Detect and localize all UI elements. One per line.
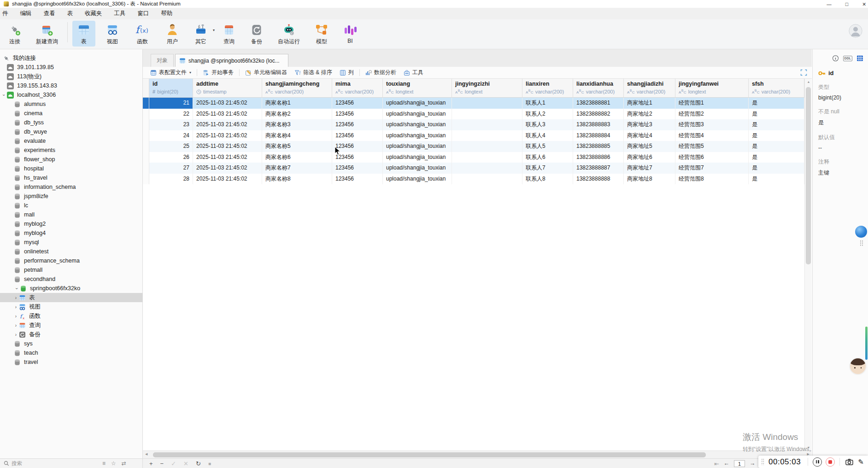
cell-jingyingzizhi[interactable]: [452, 152, 522, 163]
cell-sfsh[interactable]: 是: [749, 130, 804, 141]
cell-lianxidianhua[interactable]: 13823888883: [573, 119, 624, 130]
row-selector[interactable]: [143, 174, 149, 185]
floating-drag-dots[interactable]: [860, 240, 863, 246]
tree-item[interactable]: jspm8izfe: [0, 192, 142, 201]
tabletoolbar-columns-button[interactable]: 列: [336, 69, 358, 76]
cell-lianxidianhua[interactable]: 13823888887: [573, 163, 624, 174]
row-selector[interactable]: [143, 141, 149, 152]
tree-item[interactable]: information_schema: [0, 182, 142, 192]
cell-jingyingfanwei[interactable]: 经营范围5: [675, 141, 749, 152]
menu-item-3[interactable]: 查看: [38, 10, 61, 18]
toolbar-connection-button[interactable]: 连接: [4, 21, 26, 47]
menu-item-6[interactable]: 工具: [108, 10, 132, 18]
cell-id[interactable]: 28: [149, 174, 193, 185]
cell-jingyingzizhi[interactable]: [452, 141, 522, 152]
cell-lianxiren[interactable]: 联系人8: [522, 174, 573, 185]
cell-sfsh[interactable]: 是: [749, 119, 804, 130]
sort-menu-icon[interactable]: ≡: [102, 460, 106, 467]
tabletoolbar-cell-editor-button[interactable]: 单元格编辑器: [241, 69, 291, 76]
cell-shangjiamingcheng[interactable]: 商家名称1: [262, 98, 332, 109]
close-button[interactable]: ✕: [862, 1, 866, 7]
cell-lianxiren[interactable]: 联系人7: [522, 163, 573, 174]
cell-shangjiadizhi[interactable]: 商家地址6: [624, 152, 675, 163]
row-selector[interactable]: [143, 163, 149, 174]
toolbar-model-button[interactable]: 模型: [310, 21, 333, 47]
tree-item[interactable]: db_wuye: [0, 127, 142, 136]
cell-shangjiadizhi[interactable]: 商家地址2: [624, 109, 675, 120]
cell-lianxiren[interactable]: 联系人3: [522, 119, 573, 130]
cell-shangjiamingcheng[interactable]: 商家名称6: [262, 152, 332, 163]
cell-shangjiamingcheng[interactable]: 商家名称4: [262, 130, 332, 141]
toolbar-automation-button[interactable]: 自动运行: [273, 21, 305, 47]
refresh-icon[interactable]: ↻: [196, 460, 201, 467]
tree-item[interactable]: flower_shop: [0, 155, 142, 164]
cell-mima[interactable]: 123456: [332, 174, 383, 185]
favorites-icon[interactable]: ☆: [111, 460, 116, 467]
cell-shangjiadizhi[interactable]: 商家地址3: [624, 119, 675, 130]
drag-handle-icon[interactable]: [761, 458, 764, 465]
table-row[interactable]: 212025-11-03 21:45:02商家名称1123456upload/s…: [143, 98, 804, 109]
vertical-scroll-thumb[interactable]: [806, 87, 811, 264]
column-header-sfsh[interactable]: sfshABCvarchar(200): [749, 79, 804, 97]
column-header-jingyingzizhi[interactable]: jingyingzizhiABClongtext: [452, 79, 522, 97]
record-page-input[interactable]: 1: [734, 460, 745, 467]
row-selector[interactable]: [143, 98, 149, 109]
cell-addtime[interactable]: 2025-11-03 21:45:02: [193, 141, 262, 152]
tree-item[interactable]: 139.155.143.83: [0, 81, 142, 90]
tree-item[interactable]: sys: [0, 339, 142, 348]
table-row[interactable]: 282025-11-03 21:45:02商家名称8123456upload/s…: [143, 174, 804, 185]
menu-item-4[interactable]: 表: [61, 10, 79, 18]
scroll-up-icon[interactable]: ▲: [805, 80, 812, 83]
cell-jingyingzizhi[interactable]: [452, 119, 522, 130]
cell-touxiang[interactable]: upload/shangjia_touxian: [383, 130, 452, 141]
cell-mima[interactable]: 123456: [332, 130, 383, 141]
toolbar-backup-button[interactable]: 备份: [246, 21, 268, 47]
tree-item[interactable]: cinema: [0, 109, 142, 118]
cell-touxiang[interactable]: upload/shangjia_touxian: [383, 109, 452, 120]
cell-id[interactable]: 26: [149, 152, 193, 163]
cell-sfsh[interactable]: 是: [749, 141, 804, 152]
tree-item[interactable]: ›fx函数: [0, 311, 142, 321]
column-header-lianxidianhua[interactable]: lianxidianhuaABCvarchar(200): [573, 79, 624, 97]
column-header-touxiang[interactable]: touxiangABClongtext: [383, 79, 452, 97]
tabletoolbar-tools-button[interactable]: 工具: [400, 69, 427, 76]
grid-horizontal-scrollbar[interactable]: ◀ ▶: [143, 450, 812, 458]
cell-touxiang[interactable]: upload/shangjia_touxian: [383, 98, 452, 109]
table-row[interactable]: 232025-11-03 21:45:02商家名称3123456upload/s…: [143, 119, 804, 130]
chevron-down-icon[interactable]: ▾: [189, 70, 191, 75]
column-header-addtime[interactable]: addtimetimestamp: [193, 79, 262, 97]
menu-item-5[interactable]: 收藏夹: [79, 10, 108, 18]
cell-shangjiadizhi[interactable]: 商家地址5: [624, 141, 675, 152]
user-avatar[interactable]: [849, 24, 862, 38]
sidebar-search-bar[interactable]: 搜索 ≡ ☆ ⇄: [0, 458, 143, 468]
cell-jingyingzizhi[interactable]: [452, 109, 522, 120]
tree-item[interactable]: secondhand: [0, 275, 142, 284]
toolbar-new-query-button[interactable]: 新建查询: [31, 21, 63, 47]
tree-item[interactable]: petmall: [0, 265, 142, 275]
tree-item[interactable]: lc: [0, 201, 142, 210]
toolbar-function-button[interactable]: f(x)函数: [129, 21, 155, 47]
cell-jingyingfanwei[interactable]: 经营范围7: [675, 163, 749, 174]
row-selector[interactable]: [143, 130, 149, 141]
tree-item[interactable]: ›springboot66fx32ko: [0, 284, 142, 293]
toolbar-bi-button[interactable]: BI: [339, 21, 362, 45]
tree-item[interactable]: mall: [0, 210, 142, 219]
cell-addtime[interactable]: 2025-11-03 21:45:02: [193, 163, 262, 174]
tab-objects[interactable]: 对象: [151, 54, 174, 67]
cell-id[interactable]: 24: [149, 130, 193, 141]
tree-item[interactable]: db_tyss: [0, 118, 142, 127]
toolbar-query-button[interactable]: 查询: [218, 21, 240, 47]
scroll-left-icon[interactable]: ◀: [145, 452, 147, 456]
cell-lianxidianhua[interactable]: 13823888886: [573, 152, 624, 163]
cell-lianxiren[interactable]: 联系人2: [522, 109, 573, 120]
add-record-icon[interactable]: +: [149, 460, 153, 467]
fullscreen-icon[interactable]: [800, 69, 863, 76]
cell-sfsh[interactable]: 是: [749, 152, 804, 163]
cell-lianxidianhua[interactable]: 13823888885: [573, 141, 624, 152]
screenshot-camera-icon[interactable]: [845, 459, 853, 465]
tabletoolbar-table-profile-button[interactable]: 表配置文件▾: [147, 69, 195, 76]
annotate-pencil-icon[interactable]: ✎: [858, 458, 864, 466]
delete-record-icon[interactable]: −: [160, 460, 164, 467]
tree-item[interactable]: myblog2: [0, 219, 142, 228]
cell-touxiang[interactable]: upload/shangjia_touxian: [383, 174, 452, 185]
